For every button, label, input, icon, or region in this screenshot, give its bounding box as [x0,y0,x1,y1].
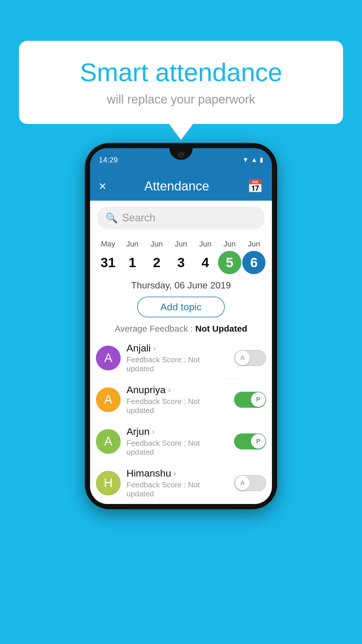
chevron-icon: › [173,469,176,478]
toggle-0[interactable]: A [234,350,266,366]
student-item-0[interactable]: AAnjali ›Feedback Score : Not updatedA [96,337,266,379]
cal-month-label: Jun [248,239,260,249]
calendar-button[interactable]: 📅 [247,178,263,194]
calendar-day-6[interactable]: Jun6 [242,239,266,274]
toggle-track-0: A [234,350,266,366]
feedback-score-2: Feedback Score : Not updated [126,439,228,457]
student-info-3: Himanshu ›Feedback Score : Not updated [126,468,228,498]
avg-feedback-label: Average Feedback : [115,324,195,333]
signal-icon: ▲ [251,156,257,164]
cal-num-label: 5 [218,251,241,274]
toggle-track-2: P [234,433,266,449]
student-item-3[interactable]: HHimanshu ›Feedback Score : Not updatedA [96,462,266,504]
student-info-2: Arjun ›Feedback Score : Not updated [126,426,228,457]
cal-num-label: 2 [145,251,168,274]
student-name-0: Anjali › [126,342,228,354]
phone-screen: 🔍 Search May31Jun1Jun2Jun3Jun4Jun5Jun6 T… [90,201,272,504]
status-bar: 14:29 ▼ ▲ ▮ [90,148,272,172]
toggle-2[interactable]: P [234,433,266,449]
cal-month-label: May [101,239,115,249]
phone-container: 14:29 ▼ ▲ ▮ × Attendance 📅 🔍 Search [85,143,277,509]
student-item-2[interactable]: AArjun ›Feedback Score : Not updatedP [96,421,266,462]
student-info-0: Anjali ›Feedback Score : Not updated [126,342,228,373]
calendar-day-2[interactable]: Jun2 [145,239,168,274]
notch-cutout [169,148,193,160]
toggle-thumb-2: P [251,434,266,449]
student-name-3: Himanshu › [126,468,228,479]
search-icon: 🔍 [106,212,118,224]
student-info-1: Anupriya ›Feedback Score : Not updated [126,384,228,415]
student-avatar-3: H [96,471,121,496]
toggle-track-1: P [234,392,266,408]
student-list: AAnjali ›Feedback Score : Not updatedAAA… [90,337,272,504]
avg-feedback: Average Feedback : Not Updated [90,320,272,337]
chevron-icon: › [168,385,171,395]
bubble-subtitle: will replace your paperwork [39,92,323,106]
avg-feedback-value: Not Updated [195,324,247,333]
phone-frame: 14:29 ▼ ▲ ▮ × Attendance 📅 🔍 Search [85,143,277,509]
search-bar[interactable]: 🔍 Search [97,206,265,229]
toggle-thumb-1: P [251,392,266,407]
selected-date-label: Thursday, 06 June 2019 [90,276,272,294]
status-time: 14:29 [99,155,118,164]
cal-month-label: Jun [151,239,163,249]
cal-month-label: Jun [224,239,236,249]
calendar-row: May31Jun1Jun2Jun3Jun4Jun5Jun6 [90,235,272,276]
cal-month-label: Jun [175,239,187,249]
calendar-day-5[interactable]: Jun5 [218,239,241,274]
cal-month-label: Jun [126,239,138,249]
add-topic-button[interactable]: Add topic [137,297,225,317]
app-bar-title: Attendance [144,179,209,193]
calendar-day-3[interactable]: Jun3 [169,239,193,274]
app-bar: × Attendance 📅 [90,172,272,201]
close-button[interactable]: × [99,179,106,193]
battery-icon: ▮ [260,156,263,164]
student-item-1[interactable]: AAnupriya ›Feedback Score : Not updatedP [96,379,266,421]
toggle-track-3: A [234,475,266,491]
cal-num-label: 1 [121,251,144,274]
chevron-icon: › [152,427,154,436]
feedback-score-0: Feedback Score : Not updated [126,355,228,373]
calendar-day-0[interactable]: May31 [96,239,120,274]
toggle-thumb-0: A [235,351,250,365]
calendar-day-1[interactable]: Jun1 [121,239,144,274]
feedback-score-3: Feedback Score : Not updated [126,480,228,498]
speech-bubble: Smart attendance will replace your paper… [19,41,343,124]
front-camera [178,152,184,158]
student-name-1: Anupriya › [126,384,228,396]
wifi-icon: ▼ [242,156,249,164]
status-icons: ▼ ▲ ▮ [242,156,263,164]
cal-num-label: 3 [169,251,193,274]
calendar-day-4[interactable]: Jun4 [194,239,217,274]
bubble-title: Smart attendance [39,58,323,87]
cal-num-label: 31 [96,251,120,274]
chevron-icon: › [153,344,156,353]
toggle-thumb-3: A [235,476,250,490]
toggle-3[interactable]: A [234,475,266,491]
feedback-score-1: Feedback Score : Not updated [126,397,228,415]
student-avatar-0: A [96,346,121,370]
cal-month-label: Jun [199,239,211,249]
student-avatar-1: A [96,387,121,412]
cal-num-label: 4 [194,251,217,274]
search-placeholder: Search [122,212,155,224]
speech-bubble-container: Smart attendance will replace your paper… [19,41,343,124]
student-avatar-2: A [96,429,121,454]
toggle-1[interactable]: P [234,392,266,408]
student-name-2: Arjun › [126,426,228,437]
cal-num-label: 6 [242,251,266,274]
